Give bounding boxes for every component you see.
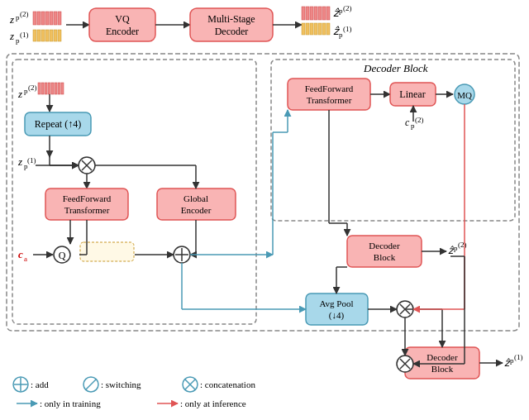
svg-rect-95: [102, 246, 105, 258]
svg-text:(2): (2): [20, 10, 29, 18]
svg-rect-4: [37, 12, 41, 25]
svg-rect-81: [157, 189, 236, 220]
svg-rect-33: [318, 7, 322, 20]
svg-rect-143: [405, 347, 479, 379]
svg-rect-19: [58, 30, 61, 41]
svg-text:VQ: VQ: [115, 13, 130, 25]
svg-rect-30: [306, 7, 309, 20]
svg-point-118: [455, 84, 474, 104]
svg-text:Transformer: Transformer: [307, 95, 352, 105]
svg-text:Transformer: Transformer: [64, 205, 110, 215]
svg-rect-65: [25, 112, 91, 136]
svg-text:ẑ: ẑ: [333, 25, 341, 37]
svg-text:(2): (2): [28, 84, 37, 92]
svg-rect-35: [326, 7, 330, 20]
svg-rect-49: [7, 54, 519, 331]
svg-rect-25: [190, 8, 273, 41]
svg-line-176: [185, 379, 195, 389]
svg-text:Block: Block: [374, 252, 396, 262]
svg-text:z: z: [17, 88, 22, 100]
svg-text:p: p: [24, 87, 28, 95]
svg-rect-100: [122, 246, 126, 258]
svg-text:Decoder: Decoder: [427, 352, 458, 362]
svg-text:MQ: MQ: [457, 90, 472, 100]
svg-rect-59: [48, 83, 50, 94]
svg-text:a: a: [24, 255, 27, 263]
svg-text:p: p: [454, 244, 458, 252]
svg-line-172: [86, 379, 96, 389]
svg-line-138: [400, 304, 410, 314]
svg-rect-29: [302, 7, 305, 20]
svg-text:p: p: [339, 31, 343, 39]
svg-rect-3: [33, 12, 36, 25]
svg-text:: concatenation: : concatenation: [200, 379, 255, 389]
svg-text:(1): (1): [343, 25, 352, 33]
svg-rect-42: [314, 23, 317, 35]
svg-text:Decoder: Decoder: [215, 26, 249, 37]
svg-text:p: p: [339, 7, 343, 15]
svg-rect-43: [318, 23, 322, 35]
svg-rect-94: [98, 246, 101, 258]
svg-rect-61: [55, 83, 57, 94]
svg-text:(↓4): (↓4): [329, 310, 345, 321]
svg-rect-78: [45, 189, 128, 220]
svg-rect-21: [89, 8, 155, 41]
svg-text:a: a: [88, 248, 92, 256]
svg-text:Block: Block: [431, 364, 454, 374]
svg-line-137: [400, 304, 410, 314]
svg-rect-5: [41, 12, 45, 25]
svg-text:z: z: [82, 243, 87, 255]
svg-rect-96: [106, 246, 109, 258]
svg-rect-60: [51, 83, 54, 94]
svg-text:Global: Global: [183, 193, 208, 203]
svg-rect-51: [271, 60, 515, 221]
svg-point-71: [79, 157, 95, 174]
svg-rect-99: [118, 246, 122, 258]
svg-text:Repeat (↑4): Repeat (↑4): [35, 118, 81, 130]
svg-rect-7: [50, 12, 53, 25]
svg-rect-102: [80, 242, 134, 261]
svg-rect-18: [54, 30, 57, 41]
svg-text:p: p: [16, 36, 20, 45]
svg-text:(2): (2): [415, 116, 424, 124]
svg-rect-31: [310, 7, 313, 20]
svg-line-153: [400, 359, 410, 369]
svg-line-175: [185, 379, 195, 389]
svg-text:Decoder: Decoder: [369, 241, 400, 251]
svg-text:Avg Pool: Avg Pool: [319, 298, 353, 308]
svg-point-171: [83, 377, 98, 392]
svg-rect-14: [37, 30, 41, 41]
svg-rect-57: [41, 83, 44, 94]
svg-point-90: [54, 246, 70, 263]
svg-point-167: [13, 377, 28, 392]
svg-rect-17: [50, 30, 53, 41]
svg-text:ẑ: ẑ: [333, 7, 341, 19]
svg-text:(2): (2): [343, 4, 352, 12]
svg-rect-45: [326, 23, 330, 35]
svg-rect-16: [45, 30, 49, 41]
svg-rect-44: [322, 23, 326, 35]
svg-text:(2): (2): [458, 241, 467, 249]
svg-rect-15: [41, 30, 45, 41]
svg-rect-50: [12, 60, 256, 324]
svg-rect-111: [288, 79, 370, 110]
svg-rect-124: [347, 236, 422, 267]
svg-text:c: c: [405, 117, 410, 128]
svg-text:(1): (1): [514, 353, 523, 361]
svg-text:(1): (1): [20, 31, 29, 39]
svg-text:p: p: [16, 13, 20, 21]
svg-text:p: p: [411, 122, 415, 130]
svg-text:p: p: [510, 356, 514, 365]
svg-text:Encoder: Encoder: [181, 205, 212, 215]
svg-rect-6: [45, 12, 49, 25]
svg-text:FeedForward: FeedForward: [305, 84, 354, 93]
svg-rect-34: [322, 7, 326, 20]
svg-rect-32: [314, 7, 317, 20]
svg-rect-58: [45, 83, 47, 94]
svg-rect-56: [38, 83, 41, 94]
svg-rect-40: [306, 23, 309, 35]
svg-rect-39: [302, 23, 305, 35]
svg-text:Encoder: Encoder: [106, 26, 139, 37]
svg-line-73: [82, 160, 92, 170]
svg-text:: add: : add: [31, 379, 49, 389]
